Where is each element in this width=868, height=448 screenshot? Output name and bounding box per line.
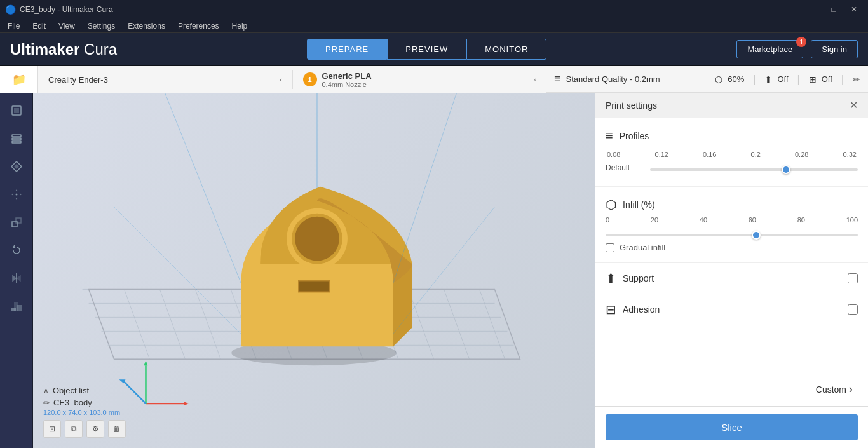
folder-button[interactable]: 📁 bbox=[0, 66, 38, 93]
svg-line-32 bbox=[444, 289, 470, 359]
sidebar-move[interactable] bbox=[4, 182, 29, 207]
toolbar-combined: 📁 Creality Ender-3 ‹ 1 Generic PLA 0.4mm… bbox=[0, 66, 868, 93]
panel-close-button[interactable]: ✕ bbox=[850, 99, 858, 111]
viewport[interactable]: ∧ Object list ✏ CE3_body 120.0 x 74.0 x … bbox=[33, 93, 595, 448]
sidebar-layers-flat[interactable] bbox=[4, 126, 29, 151]
menu-settings[interactable]: Settings bbox=[83, 20, 120, 32]
support-checkbox[interactable] bbox=[848, 273, 858, 283]
material-nozzle: 0.4mm Nozzle bbox=[322, 81, 372, 88]
svg-line-24 bbox=[159, 289, 185, 359]
close-button[interactable]: ✕ bbox=[845, 3, 863, 17]
object-delete-icon[interactable]: 🗑 bbox=[108, 420, 126, 438]
svg-line-52 bbox=[165, 93, 241, 283]
menu-file[interactable]: File bbox=[3, 20, 25, 32]
material-name: Generic PLA bbox=[322, 71, 372, 81]
sidebar-layers-diamond[interactable] bbox=[4, 154, 29, 179]
quality-slider[interactable] bbox=[650, 168, 858, 171]
object-duplicate-icon[interactable]: ⧉ bbox=[65, 420, 83, 438]
nav-prepare[interactable]: PREPARE bbox=[307, 39, 387, 60]
gradual-row: Gradual infill bbox=[606, 243, 858, 252]
infill-val-20: 20 bbox=[651, 216, 658, 224]
sidebar-scale[interactable] bbox=[4, 210, 29, 235]
quality-val-5: 0.28 bbox=[795, 151, 808, 158]
sidebar-solid-view[interactable] bbox=[4, 98, 29, 123]
svg-point-7 bbox=[15, 194, 17, 196]
quality-val-4: 0.2 bbox=[751, 151, 761, 158]
infill-val-0: 0 bbox=[606, 216, 609, 224]
material-info: Generic PLA 0.4mm Nozzle bbox=[322, 71, 372, 88]
material-badge: 1 bbox=[303, 72, 317, 86]
menu-extensions[interactable]: Extensions bbox=[123, 20, 170, 32]
svg-rect-3 bbox=[12, 138, 21, 140]
nav-preview[interactable]: PREVIEW bbox=[387, 39, 466, 60]
object-settings-icon[interactable]: ⚙ bbox=[86, 420, 104, 438]
marketplace-badge: 1 bbox=[796, 37, 806, 47]
nav-monitor[interactable]: MONITOR bbox=[466, 39, 546, 60]
object-dimensions: 120.0 x 74.0 x 103.0 mm bbox=[43, 409, 126, 416]
gradual-infill-checkbox[interactable] bbox=[606, 243, 614, 252]
sidebar-mirror[interactable] bbox=[4, 266, 29, 291]
svg-rect-9 bbox=[16, 218, 21, 223]
menu-preferences[interactable]: Preferences bbox=[173, 20, 224, 32]
infill-percent: 60% bbox=[728, 74, 744, 84]
logo: Ultimaker Cura bbox=[10, 41, 117, 58]
support-label: Support bbox=[623, 273, 841, 283]
printer-chevron-icon: ‹ bbox=[280, 76, 281, 83]
svg-marker-11 bbox=[13, 276, 16, 281]
panel-header: Print settings ✕ bbox=[595, 93, 868, 118]
material-selector[interactable]: 1 Generic PLA 0.4mm Nozzle ‹ bbox=[293, 71, 547, 88]
infill-icon: ⬡ bbox=[606, 197, 616, 212]
svg-line-23 bbox=[125, 289, 150, 359]
svg-line-49 bbox=[124, 381, 146, 404]
infill-val-40: 40 bbox=[700, 216, 707, 224]
layers-flat-icon bbox=[10, 132, 23, 145]
material-chevron-icon: ‹ bbox=[534, 76, 536, 83]
profiles-section: ≡ Profiles 0.08 0.12 0.16 0.2 0.28 0.32 … bbox=[595, 118, 868, 187]
move-icon bbox=[10, 188, 23, 201]
sidebar bbox=[0, 93, 33, 448]
settings-divider3: | bbox=[841, 74, 844, 85]
infill-title: Infill (%) bbox=[623, 200, 655, 210]
object-render-icon[interactable]: ⊡ bbox=[43, 420, 61, 438]
quality-label: Standard Quality - 0.2mm bbox=[566, 74, 660, 84]
adhesion-label: Off bbox=[822, 74, 832, 84]
edit-settings-icon[interactable]: ✏ bbox=[853, 74, 860, 85]
quality-val-6: 0.32 bbox=[843, 151, 857, 158]
support-section: ⬆ Support bbox=[595, 263, 868, 294]
marketplace-button[interactable]: Marketplace 1 bbox=[736, 40, 803, 58]
printer-selector[interactable]: Creality Ender-3 ‹ bbox=[38, 75, 292, 85]
menu-help[interactable]: Help bbox=[227, 20, 253, 32]
sidebar-rotate[interactable] bbox=[4, 238, 29, 263]
quality-values: 0.08 0.12 0.16 0.2 0.28 0.32 bbox=[606, 151, 858, 158]
custom-section: Custom › bbox=[595, 372, 868, 406]
support-icon: ⬆ bbox=[606, 271, 616, 286]
object-name-row: ✏ CE3_body bbox=[43, 398, 126, 407]
object-toolbar: ⊡ ⧉ ⚙ 🗑 bbox=[43, 420, 126, 438]
settings-divider2: | bbox=[797, 74, 800, 85]
sidebar-per-model[interactable] bbox=[4, 294, 29, 319]
object-list-header[interactable]: ∧ Object list bbox=[43, 386, 126, 395]
infill-val-100: 100 bbox=[846, 216, 858, 224]
profiles-icon: ≡ bbox=[606, 128, 613, 143]
rotate-icon bbox=[10, 244, 23, 257]
collapse-icon: ∧ bbox=[43, 386, 49, 395]
infill-slider[interactable] bbox=[606, 234, 858, 236]
app-icon: 🔵 bbox=[5, 4, 16, 15]
menu-view[interactable]: View bbox=[53, 20, 80, 32]
settings-divider: | bbox=[753, 74, 756, 85]
menu-edit[interactable]: Edit bbox=[27, 20, 51, 32]
adhesion-checkbox[interactable] bbox=[848, 304, 858, 315]
profiles-header[interactable]: ≡ Profiles bbox=[606, 128, 858, 143]
signin-button[interactable]: Sign in bbox=[811, 40, 858, 58]
adhesion-icon: ⊟ bbox=[606, 302, 616, 317]
titlebar-title: CE3_body - Ultimaker Cura bbox=[20, 5, 113, 14]
slice-button[interactable]: Slice bbox=[606, 414, 858, 440]
object-list-label: Object list bbox=[53, 386, 89, 395]
quality-val-2: 0.12 bbox=[655, 151, 668, 158]
minimize-button[interactable]: — bbox=[804, 3, 822, 17]
edit-object-icon[interactable]: ✏ bbox=[43, 398, 50, 407]
logo-product: Cura bbox=[84, 41, 117, 58]
print-settings-panel: Print settings ✕ ≡ Profiles 0.08 0.12 0.… bbox=[595, 93, 868, 448]
maximize-button[interactable]: □ bbox=[825, 3, 843, 17]
custom-button[interactable]: Custom › bbox=[811, 380, 858, 398]
